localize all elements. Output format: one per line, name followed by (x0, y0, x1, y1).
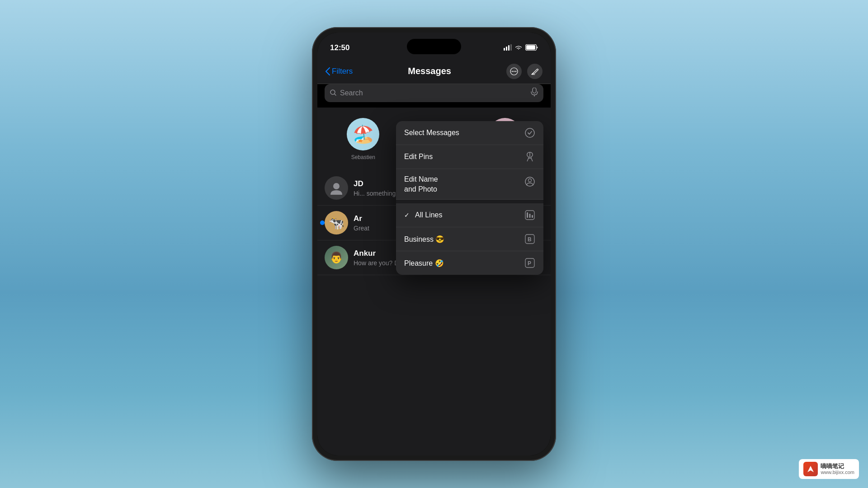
svg-rect-11 (533, 88, 536, 93)
edit-name-label: Edit Nameand Photo (404, 174, 438, 194)
business-label: Business 😎 (404, 235, 444, 244)
mic-button[interactable] (531, 88, 538, 99)
svg-point-9 (515, 70, 516, 71)
search-placeholder: Search (340, 89, 363, 97)
jd-avatar (325, 176, 348, 200)
sebastien-avatar: 🏖️ (347, 118, 379, 150)
nav-right-buttons (506, 64, 542, 79)
business-icon: B (524, 234, 535, 244)
watermark-icon (803, 462, 818, 476)
phone-screen: 12:50 (317, 33, 551, 455)
dropdown-business[interactable]: Business 😎 B (396, 227, 543, 251)
all-lines-check: ✓ (404, 211, 410, 219)
svg-rect-0 (504, 48, 505, 51)
watermark-url: www.bijixx.com (821, 469, 854, 475)
unread-dot (320, 221, 325, 225)
pleasure-label: Pleasure 🤣 (404, 259, 444, 267)
ankur-avatar: 👨 (325, 246, 348, 269)
sebastien-name: Sebastien (351, 154, 375, 160)
svg-rect-2 (508, 45, 509, 51)
dropdown-select-messages[interactable]: Select Messages (396, 121, 543, 145)
more-button[interactable] (506, 64, 522, 79)
watermark-text: 嘀嘀笔记 www.bijixx.com (821, 463, 854, 476)
svg-point-8 (514, 70, 514, 71)
svg-rect-18 (527, 212, 528, 218)
battery-icon (525, 44, 538, 52)
watermark: 嘀嘀笔记 www.bijixx.com (799, 459, 859, 479)
compose-button[interactable] (527, 64, 542, 79)
jd-name: JD (354, 179, 363, 188)
dropdown-divider (396, 200, 543, 203)
status-icons (504, 44, 538, 52)
svg-rect-1 (506, 47, 507, 51)
select-messages-icon (524, 127, 535, 138)
svg-point-13 (333, 183, 340, 189)
all-lines-icon (524, 210, 535, 221)
search-icon (330, 89, 336, 97)
dropdown-pleasure[interactable]: Pleasure 🤣 P (396, 251, 543, 275)
svg-rect-19 (529, 214, 531, 218)
svg-point-16 (528, 179, 532, 182)
edit-pins-icon (524, 151, 535, 162)
watermark-site: 嘀嘀笔记 (821, 463, 854, 470)
phone-frame: 12:50 (312, 27, 556, 461)
select-messages-label: Select Messages (404, 129, 459, 137)
pinned-sebastien[interactable]: 🏖️ Sebastien (347, 118, 379, 160)
search-bar[interactable]: Search (325, 84, 543, 102)
svg-rect-20 (532, 215, 533, 218)
dropdown-all-lines[interactable]: ✓ All Lines (396, 203, 543, 227)
edit-name-icon (524, 176, 535, 187)
svg-point-14 (525, 128, 534, 137)
all-lines-left: ✓ All Lines (404, 211, 442, 219)
dropdown-menu: Select Messages Edit Pins (396, 121, 543, 275)
svg-text:P: P (528, 260, 531, 267)
all-lines-label: All Lines (415, 211, 442, 219)
signal-icon (504, 44, 512, 52)
ankur-name: Ankur (354, 249, 376, 258)
svg-point-7 (512, 70, 513, 71)
svg-rect-5 (526, 45, 535, 50)
svg-rect-3 (510, 44, 512, 51)
dropdown-edit-pins[interactable]: Edit Pins (396, 145, 543, 169)
wifi-icon (514, 44, 523, 52)
nav-back[interactable]: Filters (326, 67, 353, 76)
nav-bar: Filters Messages (317, 59, 551, 84)
svg-text:B: B (528, 236, 532, 243)
ar-name: Ar (354, 214, 362, 223)
dynamic-island (407, 39, 461, 54)
nav-title: Messages (408, 66, 451, 76)
back-label: Filters (332, 67, 353, 76)
edit-pins-label: Edit Pins (404, 153, 433, 161)
status-time: 12:50 (330, 43, 349, 52)
dropdown-edit-name[interactable]: Edit Nameand Photo (396, 169, 543, 200)
ar-avatar: 🐄 (325, 211, 348, 235)
pleasure-icon: P (524, 258, 535, 268)
